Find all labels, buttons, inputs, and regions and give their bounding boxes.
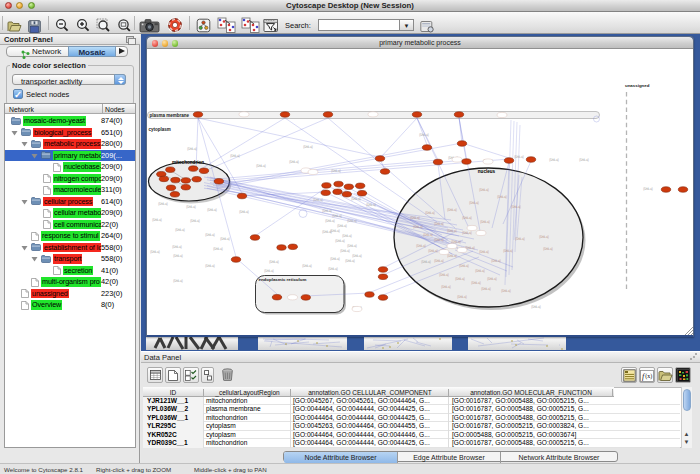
svg-text:(Unk-a): (Unk-a) — [462, 231, 471, 235]
svg-text:(Unk-a): (Unk-a) — [421, 260, 430, 264]
svg-text:(Unk-a): (Unk-a) — [447, 208, 456, 212]
svg-text:(Unk-a): (Unk-a) — [434, 238, 443, 242]
svg-text:cytoplasm: cytoplasm — [149, 127, 171, 132]
svg-text:(Unk-a): (Unk-a) — [322, 209, 331, 213]
svg-text:(Unk-a): (Unk-a) — [441, 285, 450, 289]
svg-text:(Unk-a): (Unk-a) — [187, 147, 196, 151]
svg-text:(Unk-a): (Unk-a) — [342, 234, 351, 238]
svg-text:(Unk-a): (Unk-a) — [643, 187, 652, 191]
svg-text:(Unk-a): (Unk-a) — [256, 164, 265, 168]
svg-text:nucleus: nucleus — [478, 169, 496, 174]
svg-text:(Unk-a): (Unk-a) — [328, 267, 337, 271]
svg-text:(Unk-a): (Unk-a) — [434, 259, 443, 263]
svg-text:(Unk-a): (Unk-a) — [416, 244, 425, 248]
svg-text:(Unk-a): (Unk-a) — [469, 201, 478, 205]
svg-text:(Unk-a): (Unk-a) — [410, 216, 419, 220]
svg-text:(Unk-a): (Unk-a) — [325, 219, 334, 223]
svg-text:(Unk-a): (Unk-a) — [264, 269, 273, 273]
svg-text:(Unk-a): (Unk-a) — [172, 245, 181, 249]
svg-text:(Unk-a): (Unk-a) — [457, 295, 466, 299]
svg-text:(Unk-a): (Unk-a) — [205, 233, 214, 237]
svg-text:(Unk-a): (Unk-a) — [352, 254, 361, 258]
svg-text:(Unk-a): (Unk-a) — [303, 145, 312, 149]
svg-text:(Unk-a): (Unk-a) — [425, 211, 434, 215]
svg-text:(Unk-a): (Unk-a) — [152, 218, 161, 222]
svg-text:(Unk-a): (Unk-a) — [480, 220, 489, 224]
svg-text:(Unk-a): (Unk-a) — [366, 203, 375, 207]
svg-text:(Unk-a): (Unk-a) — [335, 239, 344, 243]
svg-text:(Unk-a): (Unk-a) — [511, 205, 520, 209]
svg-text:(Unk-a): (Unk-a) — [269, 260, 278, 264]
svg-text:(Unk-a): (Unk-a) — [459, 264, 468, 268]
svg-text:(x): (x) — [645, 373, 652, 380]
svg-text:(Unk-a): (Unk-a) — [481, 287, 490, 291]
svg-text:(Unk-a): (Unk-a) — [419, 133, 428, 137]
svg-text:(Unk-a): (Unk-a) — [439, 273, 448, 277]
svg-text:(Unk-a): (Unk-a) — [173, 254, 182, 258]
svg-text:(Unk-a): (Unk-a) — [447, 254, 456, 258]
svg-text:(Unk-a): (Unk-a) — [434, 222, 443, 226]
svg-text:(Unk-a): (Unk-a) — [332, 214, 341, 218]
svg-text:(Unk-a): (Unk-a) — [501, 289, 510, 293]
svg-text:(Unk-a): (Unk-a) — [150, 250, 159, 254]
svg-text:(Unk-a): (Unk-a) — [345, 259, 354, 263]
svg-text:(Unk-a): (Unk-a) — [479, 250, 488, 254]
svg-text:endoplasmic reticulum: endoplasmic reticulum — [259, 277, 307, 282]
svg-text:(Unk-a): (Unk-a) — [313, 198, 322, 202]
svg-text:(Unk-a): (Unk-a) — [515, 237, 524, 241]
svg-text:mitochondrion: mitochondrion — [172, 160, 204, 165]
svg-text:(Unk-a): (Unk-a) — [531, 305, 540, 309]
svg-text:(Unk-a): (Unk-a) — [479, 188, 488, 192]
svg-text:(Unk-a): (Unk-a) — [289, 160, 298, 164]
svg-text:(Unk-a): (Unk-a) — [347, 219, 356, 223]
svg-text:(Unk-a): (Unk-a) — [347, 244, 356, 248]
svg-text:(Unk-a): (Unk-a) — [428, 249, 437, 253]
svg-text:(Unk-a): (Unk-a) — [351, 197, 360, 201]
svg-text:(Unk-a): (Unk-a) — [447, 229, 456, 233]
svg-text:(Unk-a): (Unk-a) — [337, 224, 346, 228]
svg-text:(Unk-a): (Unk-a) — [497, 195, 506, 199]
svg-text:(Unk-a): (Unk-a) — [175, 228, 184, 232]
svg-text:(Unk-a): (Unk-a) — [158, 202, 167, 206]
svg-text:(Unk-a): (Unk-a) — [330, 257, 339, 261]
svg-text:(Unk-a): (Unk-a) — [186, 205, 195, 209]
svg-text:(Unk-a): (Unk-a) — [539, 235, 548, 239]
svg-text:(Unk-a): (Unk-a) — [462, 216, 471, 220]
svg-text:(Unk-a): (Unk-a) — [475, 269, 484, 273]
svg-text:(Unk-a): (Unk-a) — [491, 259, 500, 263]
svg-text:(Unk-a): (Unk-a) — [549, 158, 558, 162]
svg-text:(Unk-a): (Unk-a) — [331, 169, 340, 173]
svg-text:(Unk-a): (Unk-a) — [423, 233, 432, 237]
svg-text:(Unk-a): (Unk-a) — [322, 230, 331, 234]
svg-text:unassigned: unassigned — [625, 83, 650, 88]
svg-text:(Unk-a): (Unk-a) — [205, 264, 214, 268]
svg-text:(Unk-a): (Unk-a) — [207, 208, 216, 212]
svg-text:(Unk-a): (Unk-a) — [455, 277, 464, 281]
svg-text:(Unk-a): (Unk-a) — [302, 264, 311, 268]
svg-text:(Unk-a): (Unk-a) — [213, 247, 222, 251]
svg-text:(Unk-a): (Unk-a) — [239, 210, 248, 214]
svg-text:(Unk-a): (Unk-a) — [471, 281, 480, 285]
svg-text:(Unk-a): (Unk-a) — [340, 249, 349, 253]
svg-text:(Unk-a): (Unk-a) — [173, 279, 182, 283]
svg-text:(Unk-a): (Unk-a) — [487, 277, 496, 281]
svg-text:(Unk-a): (Unk-a) — [190, 219, 199, 223]
svg-text:(Unk-a): (Unk-a) — [514, 155, 523, 159]
svg-text:(Unk-a): (Unk-a) — [330, 229, 339, 233]
svg-text:(Unk-a): (Unk-a) — [220, 237, 229, 241]
svg-text:(Unk-a): (Unk-a) — [503, 249, 512, 253]
svg-text:(Unk-a): (Unk-a) — [543, 247, 552, 251]
svg-text:(Unk-a): (Unk-a) — [579, 158, 588, 162]
svg-text:(Unk-a): (Unk-a) — [413, 225, 422, 229]
svg-text:(Unk-a): (Unk-a) — [230, 154, 239, 158]
svg-text:plasma membrane: plasma membrane — [150, 113, 190, 118]
